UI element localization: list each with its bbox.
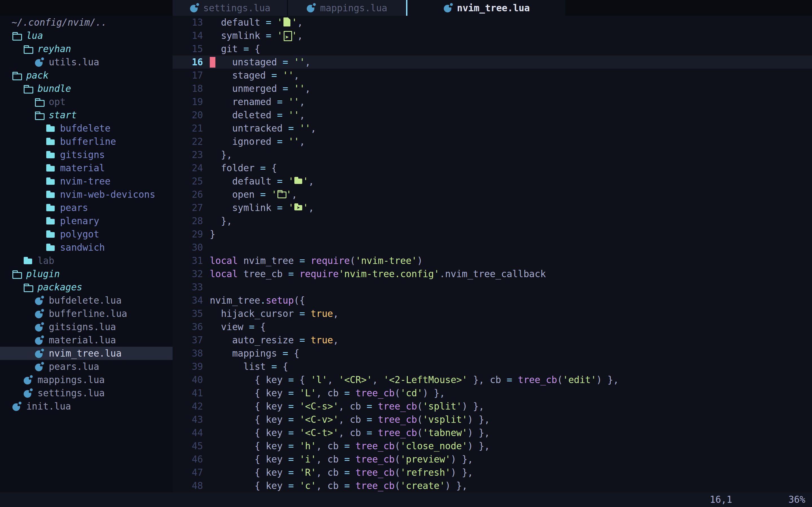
tree-item-plenary[interactable]: plenary [0, 214, 172, 228]
code-line-33[interactable]: 33 [172, 281, 812, 294]
tree-item-bufferline.lua[interactable]: bufferline.lua [0, 307, 172, 320]
token-dot: . [260, 295, 266, 306]
tree-item-label: sandwich [60, 242, 105, 253]
tree-root-path[interactable]: ~/.config/nvim/.. [0, 16, 172, 29]
code-line-43[interactable]: 43 { key = '<C-v>', cb = tree_cb('vsplit… [172, 413, 812, 426]
folder-open-icon [34, 110, 44, 120]
tree-item-start[interactable]: start [0, 108, 172, 122]
tree-item-packages[interactable]: packages [0, 281, 172, 294]
tree-item-reyhan[interactable]: reyhan [0, 42, 172, 55]
token-pun: ( [395, 480, 400, 491]
tree-item-mappings.lua[interactable]: mappings.lua [0, 373, 172, 386]
folder-open-icon [11, 70, 22, 80]
code-line-32[interactable]: 32local tree_cb = require'nvim-tree.conf… [172, 267, 812, 281]
tab-mappings.lua[interactable]: mappings.lua [288, 0, 405, 16]
tree-item-material[interactable]: material [0, 161, 172, 175]
code-line-34[interactable]: 34nvim_tree.setup({ [172, 294, 812, 307]
code-line-47[interactable]: 47 { key = 'R', cb = tree_cb('refresh') … [172, 466, 812, 479]
tree-item-bufdelete.lua[interactable]: bufdelete.lua [0, 294, 172, 307]
code-text: view = { [210, 320, 266, 334]
scroll-percentage: 36% [788, 494, 805, 505]
token-str: ' [288, 202, 294, 213]
code-line-25[interactable]: 25 default = '', [172, 175, 812, 188]
code-line-48[interactable]: 48 { key = 'c', cb = tree_cb('create') }… [172, 479, 812, 492]
token-id: deleted [210, 110, 277, 121]
tab-nvim_tree.lua[interactable]: nvim_tree.lua [407, 0, 565, 16]
tree-item-material.lua[interactable]: material.lua [0, 334, 172, 347]
token-str: '' [288, 110, 299, 121]
code-line-13[interactable]: 13 default = '', [172, 16, 812, 29]
code-line-26[interactable]: 26 open = '', [172, 188, 812, 201]
token-id: cb [327, 454, 344, 465]
code-line-20[interactable]: 20 deleted = '', [172, 108, 812, 122]
tree-item-gitsigns.lua[interactable]: gitsigns.lua [0, 320, 172, 334]
code-line-41[interactable]: 41 { key = 'L', cb = tree_cb('cd') }, [172, 386, 812, 400]
tree-item-bundle[interactable]: bundle [0, 82, 172, 95]
code-line-22[interactable]: 22 ignored = '', [172, 135, 812, 148]
tree-item-lua[interactable]: lua [0, 29, 172, 42]
tree-item-opt[interactable]: opt [0, 95, 172, 108]
code-text: default = '', [210, 175, 314, 188]
code-line-27[interactable]: 27 symlink = '', [172, 201, 812, 214]
tree-item-nvim_tree.lua[interactable]: nvim_tree.lua [0, 347, 172, 360]
code-line-35[interactable]: 35 hijack_cursor = true, [172, 307, 812, 320]
code-line-23[interactable]: 23 }, [172, 148, 812, 161]
tree-item-gitsigns[interactable]: gitsigns [0, 148, 172, 161]
tab-settings.lua[interactable]: settings.lua [172, 0, 287, 16]
code-line-15[interactable]: 15 git = { [172, 42, 812, 55]
code-line-37[interactable]: 37 auto_resize = true, [172, 334, 812, 347]
tree-item-label: start [49, 110, 77, 121]
token-pun: { [210, 441, 266, 452]
code-line-39[interactable]: 39 list = { [172, 360, 812, 373]
tree-item-pears[interactable]: pears [0, 201, 172, 214]
code-line-45[interactable]: 45 { key = 'h', cb = tree_cb('close_node… [172, 439, 812, 453]
token-id: mappings [210, 348, 283, 359]
tree-item-init.lua[interactable]: init.lua [0, 400, 172, 413]
token-op: = [283, 83, 294, 94]
token-pun: } [210, 229, 215, 240]
tree-item-plugin[interactable]: plugin [0, 267, 172, 281]
token-pun: ({ [294, 295, 305, 306]
code-text: hijack_cursor = true, [210, 307, 339, 320]
token-op: = [288, 480, 299, 491]
code-line-29[interactable]: 29} [172, 228, 812, 241]
code-line-42[interactable]: 42 { key = '<C-s>', cb = tree_cb('split'… [172, 400, 812, 413]
code-line-18[interactable]: 18 unmerged = '', [172, 82, 812, 95]
tree-item-nvim-tree[interactable]: nvim-tree [0, 175, 172, 188]
code-line-31[interactable]: 31local nvim_tree = require('nvim-tree') [172, 254, 812, 267]
code-line-28[interactable]: 28 }, [172, 214, 812, 228]
code-line-38[interactable]: 38 mappings = { [172, 347, 812, 360]
code-line-30[interactable]: 30 [172, 241, 812, 254]
tree-item-polygot[interactable]: polygot [0, 228, 172, 241]
code-line-40[interactable]: 40 { key = { 'l', '<CR>', '<2-LeftMouse>… [172, 373, 812, 386]
tree-item-bufferline[interactable]: bufferline [0, 135, 172, 148]
token-str: 'edit' [563, 374, 596, 385]
code-line-14[interactable]: 14 symlink = '', [172, 29, 812, 42]
code-line-46[interactable]: 46 { key = 'i', cb = tree_cb('preview') … [172, 453, 812, 466]
tree-item-bufdelete[interactable]: bufdelete [0, 122, 172, 135]
token-pun: , [292, 189, 297, 200]
tree-item-pack[interactable]: pack [0, 69, 172, 82]
tree-item-utils.lua[interactable]: utils.lua [0, 55, 172, 69]
code-line-24[interactable]: 24 folder = { [172, 161, 812, 175]
code-line-21[interactable]: 21 untracked = '', [172, 122, 812, 135]
token-str: ' [303, 202, 308, 213]
tree-item-lab[interactable]: lab [0, 254, 172, 267]
token-id: nvim_tree_callback [445, 269, 546, 279]
token-bool: true [311, 308, 333, 319]
code-line-16[interactable]: 16 unstaged = '', [172, 55, 812, 69]
tree-item-settings.lua[interactable]: settings.lua [0, 386, 172, 400]
code-line-44[interactable]: 44 { key = '<C-t>', cb = tree_cb('tabnew… [172, 426, 812, 439]
folder-closed-icon [45, 242, 56, 252]
token-pun: { [283, 361, 288, 372]
token-str: ' [286, 189, 292, 200]
lua-file-icon [23, 388, 33, 398]
tree-item-sandwich[interactable]: sandwich [0, 241, 172, 254]
code-line-36[interactable]: 36 view = { [172, 320, 812, 334]
tree-item-nvim-web-devicons[interactable]: nvim-web-devicons [0, 188, 172, 201]
code-line-17[interactable]: 17 staged = '', [172, 69, 812, 82]
code-line-19[interactable]: 19 renamed = '', [172, 95, 812, 108]
token-id: key [266, 427, 288, 438]
tree-item-pears.lua[interactable]: pears.lua [0, 360, 172, 373]
token-op: = [288, 427, 299, 438]
